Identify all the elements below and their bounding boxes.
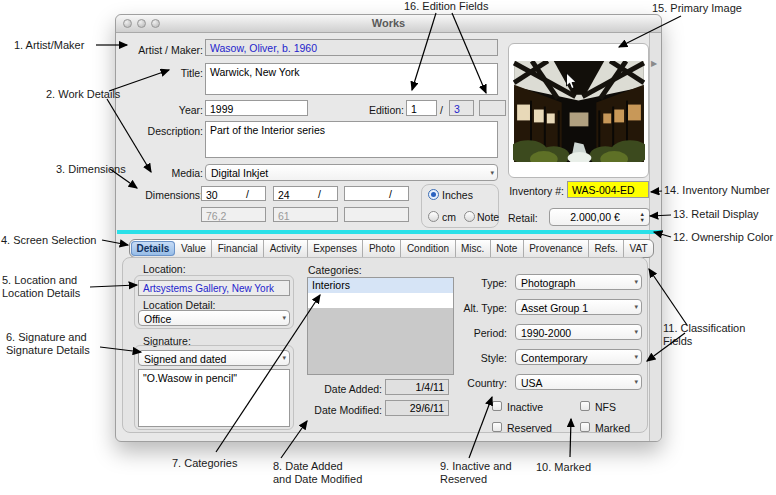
description-field[interactable]: Part of the Interior series (205, 121, 498, 158)
mouse-cursor-icon (565, 72, 578, 91)
period-dropdown[interactable]: 1990-2000 ▾ (515, 324, 642, 340)
cm-radio[interactable] (428, 211, 439, 222)
title-label: Title: (124, 67, 203, 79)
description-label: Description: (124, 125, 203, 137)
annotation-label: 15. Primary Image (652, 2, 742, 15)
style-label: Style: (417, 352, 507, 364)
artist-maker-field[interactable]: Wasow, Oliver, b. 1960 (205, 39, 498, 56)
dimension-in-1-field[interactable]: 30 / (201, 186, 266, 201)
retail-value: 2.000,00 € (570, 211, 620, 223)
dropdown-arrow-icon: ▾ (634, 303, 638, 311)
annotation-label: 1. Artist/Maker (14, 39, 84, 52)
tab-refs[interactable]: Refs. (589, 240, 624, 257)
side-panel-strip: ▶ (649, 33, 661, 441)
stepper-icon: ▲▼ (640, 211, 645, 223)
inventory-label: Inventory #: (484, 185, 564, 197)
zoom-window-icon[interactable] (151, 19, 160, 28)
dropdown-arrow-icon: ▾ (634, 328, 638, 336)
tab-provenance[interactable]: Provenance (524, 240, 589, 257)
inventory-field[interactable]: WAS-004-ED (567, 181, 649, 198)
tab-bar: DetailsValueFinancialActivityExpensesPho… (129, 239, 654, 258)
edition-extra-field[interactable] (479, 100, 506, 116)
location-detail-dropdown[interactable]: Office ▾ (138, 310, 290, 326)
dimension-value: 30 (206, 189, 218, 201)
details-tab-panel: Location: Artsystems Gallery, New York L… (122, 257, 648, 433)
dropdown-arrow-icon: ▾ (634, 353, 638, 361)
dimensions-label: Dimensions: (124, 189, 203, 201)
period-value: 1990-2000 (521, 327, 571, 339)
dropdown-arrow-icon: ▾ (282, 354, 286, 362)
title-field[interactable]: Warwick, New York (205, 63, 498, 95)
tab-expenses[interactable]: Expenses (308, 240, 364, 257)
tab-misc[interactable]: Misc. (456, 240, 491, 257)
dropdown-arrow-icon: ▾ (634, 278, 638, 286)
dimension-in-3-field[interactable]: / (344, 186, 409, 201)
dimension-cm-3-field[interactable] (344, 207, 409, 222)
annotation-label: 3. Dimensions (56, 163, 126, 176)
tab-photo[interactable]: Photo (363, 240, 401, 257)
title-bar[interactable]: Works (116, 15, 661, 33)
tab-details[interactable]: Details (131, 241, 175, 256)
signature-value: Signed and dated (144, 353, 226, 365)
annotation-label: 16. Edition Fields (404, 0, 488, 13)
primary-image (513, 61, 645, 162)
dimension-cm-1-field[interactable]: 76,2 (201, 207, 266, 222)
nfs-checkbox-label: NFS (595, 401, 616, 413)
country-label: Country: (417, 377, 507, 389)
tab-note[interactable]: Note (491, 240, 524, 257)
disclosure-triangle-icon[interactable]: ▶ (651, 59, 657, 68)
note-radio[interactable] (464, 211, 475, 222)
tab-condition[interactable]: Condition (401, 240, 455, 257)
dropdown-arrow-icon: ▾ (634, 378, 638, 386)
annotation-label: 6. Signature and Signature Details (6, 331, 90, 357)
retail-label: Retail: (508, 212, 538, 224)
tab-financial[interactable]: Financial (212, 240, 264, 257)
marked-checkbox[interactable] (580, 422, 590, 432)
type-value: Photograph (521, 277, 575, 289)
date-added-label: Date Added: (273, 383, 382, 395)
signature-detail-field[interactable]: "O.Wasow in pencil" (138, 369, 290, 427)
primary-image-well[interactable] (508, 43, 649, 178)
year-field[interactable]: 1999 (205, 100, 308, 116)
dimension-in-2-field[interactable]: 24 / (273, 186, 338, 201)
annotation-label: 5. Location and Location Details (2, 274, 80, 300)
type-label: Type: (417, 277, 507, 289)
alt-type-value: Asset Group 1 (521, 302, 588, 314)
edition-label: Edition: (361, 104, 404, 116)
edition-size-field[interactable]: 3 (449, 100, 474, 116)
country-dropdown[interactable]: USA ▾ (515, 374, 642, 390)
alt-type-dropdown[interactable]: Asset Group 1 ▾ (515, 299, 642, 315)
cm-radio-label: cm (442, 211, 456, 223)
dimension-cm-2-field[interactable]: 61 (273, 207, 338, 222)
artist-maker-label: Artist / Maker: (124, 44, 203, 56)
edition-number-field[interactable]: 1 (406, 100, 437, 116)
signature-dropdown[interactable]: Signed and dated ▾ (138, 350, 290, 366)
dropdown-arrow-icon: ▾ (490, 169, 494, 177)
nfs-checkbox[interactable] (580, 401, 590, 411)
annotation-label: 4. Screen Selection (1, 234, 96, 247)
retail-dropdown[interactable]: 2.000,00 € ▲▼ (549, 208, 650, 226)
ownership-color-bar (117, 230, 662, 234)
tab-vat[interactable]: VAT (624, 240, 653, 257)
location-label: Location: (143, 263, 186, 275)
inactive-checkbox[interactable] (492, 401, 502, 411)
inches-radio[interactable] (428, 189, 439, 200)
annotation-label: 9. Inactive and Reserved (440, 460, 512, 486)
annotation-label: 10. Marked (536, 461, 591, 474)
close-window-icon[interactable] (123, 19, 132, 28)
works-window: Works ▶ Artist / Maker: Wasow, Oliver, b… (115, 14, 662, 442)
tab-activity[interactable]: Activity (264, 240, 308, 257)
tab-value[interactable]: Value (176, 240, 213, 257)
minimize-window-icon[interactable] (137, 19, 146, 28)
type-dropdown[interactable]: Photograph ▾ (515, 274, 642, 290)
media-label: Media: (124, 167, 203, 179)
location-field[interactable]: Artsystems Gallery, New York (138, 280, 290, 296)
annotation-label: 14. Inventory Number (664, 184, 770, 197)
media-dropdown[interactable]: Digital Inkjet ▾ (205, 164, 498, 181)
country-value: USA (521, 377, 543, 389)
style-dropdown[interactable]: Contemporary ▾ (515, 349, 642, 365)
window-title: Works (116, 15, 661, 32)
alt-type-label: Alt. Type: (417, 302, 507, 314)
reserved-checkbox[interactable] (492, 422, 502, 432)
window-controls (123, 19, 160, 28)
